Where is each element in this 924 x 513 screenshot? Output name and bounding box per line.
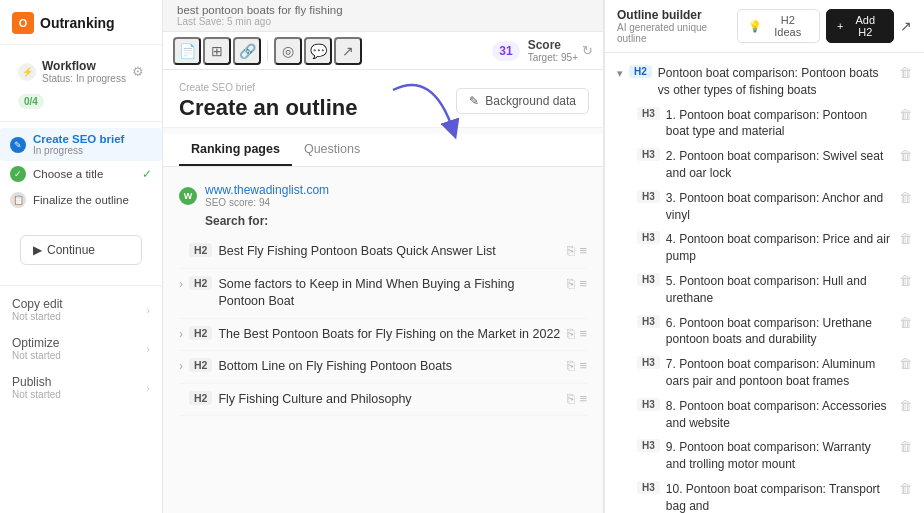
h2-ideas-label: H2 Ideas — [766, 14, 809, 38]
outline-chevron-icon[interactable]: ▾ — [617, 67, 623, 80]
toolbar-circle-icon[interactable]: ◎ — [274, 37, 302, 65]
outline-h2-header: ▾ H2 Pontoon boat comparison: Pontoon bo… — [617, 65, 912, 99]
score-number: 31 — [492, 41, 519, 61]
nav-optimize-labels: Optimize Not started — [12, 336, 61, 361]
outline-h3-delete-icon-7[interactable]: 🗑 — [899, 398, 912, 413]
outline-h3-item-7: H3 8. Pontoon boat comparison: Accessori… — [605, 394, 924, 436]
copy-icon-3[interactable]: ⎘ — [567, 358, 575, 373]
search-for-label: Search for: — [205, 214, 587, 228]
site-seo-score: SEO score: 94 — [205, 197, 329, 208]
workflow-section: ⚡ Workflow Status: In progress ⚙ 0/4 — [0, 45, 162, 122]
step-status-brief: In progress — [33, 145, 124, 156]
workflow-label: Workflow — [42, 59, 126, 73]
toolbar-doc-icon[interactable]: 📄 — [173, 37, 201, 65]
step-label-brief: Create SEO brief — [33, 133, 124, 145]
nav-optimize[interactable]: Optimize Not started › — [0, 329, 162, 368]
toolbar-icons: 📄 ⊞ 🔗 ◎ 💬 ↗ — [173, 37, 492, 65]
toolbar-chat-icon[interactable]: 💬 — [304, 37, 332, 65]
outline-h3-text-5: 6. Pontoon boat comparison: Urethane pon… — [666, 315, 893, 349]
outline-h3-badge-2: H3 — [637, 190, 660, 203]
toolbar-link-icon[interactable]: 🔗 — [233, 37, 261, 65]
step-choose-title[interactable]: ✓ Choose a title ✓ — [0, 161, 162, 187]
h2-text-1: Some factors to Keep in Mind When Buying… — [218, 276, 561, 311]
add-icon-0[interactable]: ≡ — [579, 243, 587, 258]
share-export-button[interactable]: ↗ — [900, 18, 912, 34]
background-data-button[interactable]: ✎ Background data — [456, 88, 589, 114]
outline-h3-delete-icon-1[interactable]: 🗑 — [899, 148, 912, 163]
doc-topbar: best pontoon boats for fly fishing Last … — [163, 0, 603, 32]
logo-icon: O — [12, 12, 34, 34]
site-info: www.thewadinglist.com SEO score: 94 — [205, 183, 329, 208]
outline-h3-item-9: H3 10. Pontoon boat comparison: Transpor… — [605, 477, 924, 513]
step-check-title: ✓ — [142, 167, 152, 181]
outline-h3-delete-icon-2[interactable]: 🗑 — [899, 190, 912, 205]
h2-text-4: Fly Fishing Culture and Philosophy — [218, 391, 561, 409]
outline-h3-item-4: H3 5. Pontoon boat comparison: Hull and … — [605, 269, 924, 311]
refresh-icon[interactable]: ↻ — [582, 43, 593, 58]
score-info: Score Target: 95+ — [528, 38, 578, 63]
workflow-status: Status: In progress — [42, 73, 126, 84]
site-favicon: W — [179, 187, 197, 205]
step-icon-brief: ✎ — [10, 137, 26, 153]
outline-h3-item-0: H3 1. Pontoon boat comparison: Pontoon b… — [605, 103, 924, 145]
outline-panel-header: Outline builder AI generated unique outl… — [605, 0, 924, 53]
workflow-info: ⚡ Workflow Status: In progress — [18, 59, 126, 84]
toolbar-grid-icon[interactable]: ⊞ — [203, 37, 231, 65]
outline-h3-delete-icon-0[interactable]: 🗑 — [899, 107, 912, 122]
tabs-row: Ranking pages Questions — [163, 134, 603, 167]
expand-btn-3[interactable]: › — [179, 359, 183, 373]
nav-copy-edit[interactable]: Copy edit Not started › — [0, 290, 162, 329]
tab-ranking-pages[interactable]: Ranking pages — [179, 134, 292, 166]
workflow-item[interactable]: ⚡ Workflow Status: In progress ⚙ — [10, 53, 152, 90]
expand-btn-1[interactable]: › — [179, 277, 183, 291]
h2-ideas-button[interactable]: 💡 H2 Ideas — [737, 9, 820, 43]
h2-row-1: › H2 Some factors to Keep in Mind When B… — [179, 269, 587, 319]
continue-button[interactable]: ▶ Continue — [20, 235, 142, 265]
outline-h3-delete-icon-6[interactable]: 🗑 — [899, 356, 912, 371]
outline-h3-delete-icon-9[interactable]: 🗑 — [899, 481, 912, 496]
continue-label: Continue — [47, 243, 95, 257]
step-icon-title: ✓ — [10, 166, 26, 182]
gear-icon[interactable]: ⚙ — [132, 64, 144, 79]
add-icon-1[interactable]: ≡ — [579, 276, 587, 291]
outline-h3-delete-icon-3[interactable]: 🗑 — [899, 231, 912, 246]
expand-btn-2[interactable]: › — [179, 327, 183, 341]
outline-h2-group: ▾ H2 Pontoon boat comparison: Pontoon bo… — [605, 59, 924, 103]
h2-row-2: › H2 The Best Pontoon Boats for Fly Fish… — [179, 319, 587, 352]
copy-icon-0[interactable]: ⎘ — [567, 243, 575, 258]
tab-questions[interactable]: Questions — [292, 134, 372, 166]
outline-h3-delete-icon-5[interactable]: 🗑 — [899, 315, 912, 330]
add-icon-3[interactable]: ≡ — [579, 358, 587, 373]
outline-h3-badge-7: H3 — [637, 398, 660, 411]
outline-h3-badge-6: H3 — [637, 356, 660, 369]
outline-h3-delete-icon-8[interactable]: 🗑 — [899, 439, 912, 454]
nav-publish-label: Publish — [12, 375, 61, 389]
outline-h3-item-2: H3 3. Pontoon boat comparison: Anchor an… — [605, 186, 924, 228]
add-icon-4[interactable]: ≡ — [579, 391, 587, 406]
copy-icon-4[interactable]: ⎘ — [567, 391, 575, 406]
logo-text: Outranking — [40, 15, 115, 31]
outline-h3-item-8: H3 9. Pontoon boat comparison: Warranty … — [605, 435, 924, 477]
row-actions-3: ⎘ ≡ — [567, 358, 587, 373]
outline-panel-subtitle: AI generated unique outline — [617, 22, 737, 44]
outline-title-text: Create an outline — [179, 95, 357, 121]
outline-h3-text-0: 1. Pontoon boat comparison: Pontoon boat… — [666, 107, 893, 141]
outline-h3-text-2: 3. Pontoon boat comparison: Anchor and v… — [666, 190, 893, 224]
outline-h2-delete-icon[interactable]: 🗑 — [899, 65, 912, 80]
step-icon-outline: 📋 — [10, 192, 26, 208]
step-create-seo-brief[interactable]: ✎ Create SEO brief In progress — [0, 128, 162, 161]
chevron-right-icon-2: › — [146, 343, 150, 355]
add-icon-2[interactable]: ≡ — [579, 326, 587, 341]
step-finalize-outline[interactable]: 📋 Finalize the outline — [0, 187, 162, 213]
outline-h3-text-4: 5. Pontoon boat comparison: Hull and ure… — [666, 273, 893, 307]
copy-icon-1[interactable]: ⎘ — [567, 276, 575, 291]
nav-publish[interactable]: Publish Not started › — [0, 368, 162, 407]
outline-h3-delete-icon-4[interactable]: 🗑 — [899, 273, 912, 288]
add-h2-button[interactable]: + Add H2 — [826, 9, 894, 43]
outline-panel-title-area: Outline builder AI generated unique outl… — [617, 8, 737, 44]
step-label-outline: Finalize the outline — [33, 194, 129, 206]
copy-icon-2[interactable]: ⎘ — [567, 326, 575, 341]
outline-h3-text-9: 10. Pontoon boat comparison: Transport b… — [666, 481, 893, 513]
nav-publish-sub: Not started — [12, 389, 61, 400]
toolbar-share-icon[interactable]: ↗ — [334, 37, 362, 65]
